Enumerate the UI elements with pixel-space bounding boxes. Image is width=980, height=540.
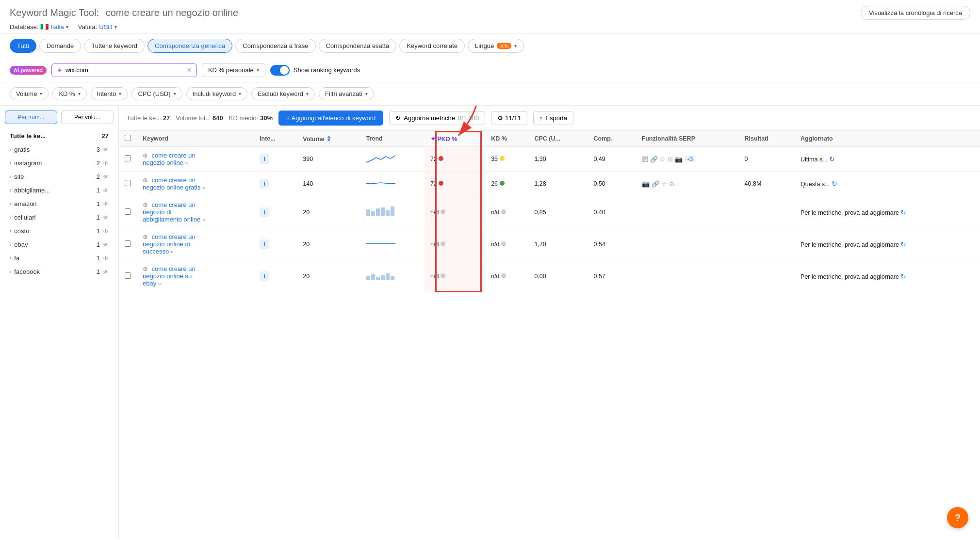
row-checkbox[interactable] (125, 180, 131, 186)
add-circle-icon[interactable]: ⊕ (143, 152, 148, 159)
sidebar-item-site[interactable]: › site 2 👁 (3, 170, 115, 183)
add-circle-icon[interactable]: ⊕ (143, 202, 148, 208)
sidebar-item-abbigliame[interactable]: › abbigliame... 1 👁 (3, 184, 115, 197)
eye-icon-amazon[interactable]: 👁 (103, 201, 109, 207)
refresh-icon-4[interactable]: ↻ (900, 240, 906, 248)
sidebar-item-gratis[interactable]: › gratis 3 👁 (3, 143, 115, 156)
col-cpc[interactable]: CPC (U... (528, 131, 588, 147)
title-row: Keyword Magic Tool: come creare un negoz… (10, 6, 970, 20)
keyword-link-5[interactable]: come creare unnegozio online suebay » (143, 265, 196, 287)
db-selector[interactable]: Database: 🇮🇹 Italia ▾ (10, 23, 68, 31)
top-header: Keyword Magic Tool: come creare un negoz… (0, 0, 980, 34)
row-pkd-2: 72 (425, 172, 485, 196)
kd-filter[interactable]: KD % ▾ (52, 87, 86, 100)
add-keyword-button[interactable]: + Aggiungi all'elenco di keyword (278, 111, 383, 126)
escludi-filter[interactable]: Escludi keyword ▾ (251, 87, 315, 100)
col-volume[interactable]: Volume ⇕ (297, 131, 360, 147)
sidebar-item-ebay[interactable]: › ebay 1 👁 (3, 238, 115, 251)
row-checkbox-4[interactable] (119, 228, 137, 260)
col-pkd[interactable]: ✦ PKD % (425, 131, 485, 147)
row-checkbox[interactable] (125, 155, 131, 161)
sidebar-all-keywords[interactable]: Tutte le ke... 27 (3, 129, 115, 143)
help-button[interactable]: ? (947, 507, 968, 528)
col-keyword[interactable]: Keyword (137, 131, 254, 147)
row-checkbox[interactable] (125, 272, 131, 279)
tab-domande[interactable]: Domande (39, 39, 81, 53)
lang-button[interactable]: Lingue beta ▾ (468, 39, 524, 53)
svg-rect-12 (386, 273, 390, 280)
row-checkbox-1[interactable] (119, 147, 137, 172)
settings-button[interactable]: ⚙ 11/11 (491, 111, 527, 125)
sidebar-item-facebook[interactable]: › facebook 1 👁 (3, 265, 115, 278)
sidebar-label-cellulari: cellulari (14, 214, 35, 221)
keyword-link-1[interactable]: come creare unnegozio online » (143, 152, 196, 166)
row-checkbox[interactable] (125, 208, 131, 215)
refresh-icon-2[interactable]: ↻ (832, 180, 837, 188)
refresh-icon-3[interactable]: ↻ (900, 208, 906, 216)
col-comp[interactable]: Comp. (588, 131, 636, 147)
row-comp-1: 0,49 (588, 147, 636, 172)
site-input[interactable] (65, 66, 184, 74)
add-circle-icon[interactable]: ⊕ (143, 266, 148, 272)
includi-filter[interactable]: Includi keyword ▾ (186, 87, 248, 100)
eye-icon-site[interactable]: 👁 (103, 174, 109, 180)
eye-icon-instagram[interactable]: 👁 (103, 160, 109, 167)
trend-chart-3 (366, 206, 395, 217)
refresh-icon-1[interactable]: ↻ (829, 155, 835, 163)
row-comp-3: 0,40 (588, 196, 636, 228)
tab-tutte-keyword[interactable]: Tutte le keyword (84, 39, 145, 53)
kd-dot-2 (500, 181, 505, 186)
eye-icon-cellulari[interactable]: 👁 (103, 214, 109, 221)
row-checkbox-5[interactable] (119, 260, 137, 292)
keyword-link-3[interactable]: come creare unnegozio diabbigliamento on… (143, 201, 205, 223)
sidebar-item-cellulari[interactable]: › cellulari 1 👁 (3, 211, 115, 224)
sidebar-item-fa[interactable]: › fa 1 👁 (3, 252, 115, 265)
update-metrics-button[interactable]: ↻ Aggiorna metriche 0/1.000 (389, 111, 485, 125)
eye-icon-facebook[interactable]: 👁 (103, 269, 109, 275)
tab-keyword-correlate[interactable]: Keyword correlate (399, 39, 465, 53)
add-circle-icon[interactable]: ⊕ (143, 177, 148, 184)
sort-per-vol-button[interactable]: Per volu... (61, 111, 114, 124)
eye-icon-ebay[interactable]: 👁 (103, 241, 109, 248)
history-button[interactable]: Visualizza la cronologia di ricerca (861, 6, 970, 20)
volume-filter[interactable]: Volume ▾ (10, 87, 49, 100)
sort-buttons: Per num... Per volu... (0, 111, 118, 129)
keyword-link-2[interactable]: come creare unnegozio online gratis » (143, 176, 205, 191)
kd-personale-select[interactable]: KD % personale ▾ (202, 63, 265, 77)
cpc-filter[interactable]: CPC (USD) ▾ (131, 87, 182, 100)
expand-icon-cellulari: › (10, 215, 11, 220)
col-aggiornato[interactable]: Aggiornato (795, 131, 980, 147)
sort-per-num-button[interactable]: Per num... (5, 111, 57, 124)
currency-selector[interactable]: Valuta: USD ▾ (78, 23, 117, 31)
intento-filter[interactable]: Intento ▾ (91, 87, 128, 100)
row-volume-1: 390 (297, 147, 360, 172)
eye-icon-abbigliame[interactable]: 👁 (103, 187, 109, 194)
ranking-toggle[interactable] (270, 65, 290, 76)
select-all-checkbox[interactable] (125, 135, 131, 141)
tab-corrispondenza-generica[interactable]: Corrispondenza generica (147, 39, 232, 53)
tab-corrispondenza-frase[interactable]: Corrispondenza a frase (235, 39, 315, 53)
row-checkbox-2[interactable] (119, 172, 137, 196)
kd-filter-label: KD % (59, 90, 75, 97)
sidebar-item-amazon[interactable]: › amazon 1 👁 (3, 197, 115, 210)
eye-icon-gratis[interactable]: 👁 (103, 146, 109, 153)
clear-icon[interactable]: × (187, 66, 192, 75)
row-checkbox-3[interactable] (119, 196, 137, 228)
filtri-avanzati-filter[interactable]: Filtri avanzati ▾ (319, 87, 374, 100)
intent-badge-3: I (260, 207, 269, 217)
add-circle-icon[interactable]: ⊕ (143, 234, 148, 240)
col-kd[interactable]: KD % (485, 131, 528, 147)
refresh-icon-5[interactable]: ↻ (900, 272, 906, 280)
tab-corrispondenza-esatta[interactable]: Corrispondenza esatta (319, 39, 397, 53)
sidebar-item-costo[interactable]: › costo 1 👁 (3, 224, 115, 238)
eye-icon-fa[interactable]: 👁 (103, 255, 109, 262)
sidebar-item-instagram[interactable]: › instagram 2 👁 (3, 157, 115, 170)
keyword-link-4[interactable]: come creare unnegozio online disuccesso … (143, 233, 196, 255)
eye-icon-costo[interactable]: 👁 (103, 228, 109, 235)
export-button[interactable]: ↑ Esporta (533, 111, 573, 125)
col-risultati[interactable]: Risultati (739, 131, 795, 147)
col-intento[interactable]: Inte... (254, 131, 297, 147)
row-checkbox[interactable] (125, 240, 131, 247)
table-header: Keyword Inte... Volume ⇕ Trend ✦ PKD % K… (119, 131, 980, 147)
tab-tutti[interactable]: Tutti (10, 39, 36, 53)
